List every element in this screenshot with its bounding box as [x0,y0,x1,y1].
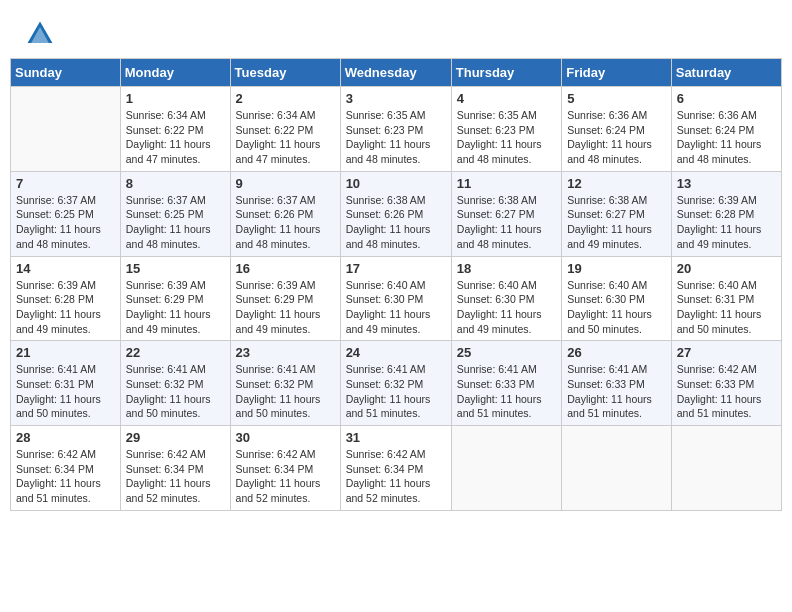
calendar-week-row: 21Sunrise: 6:41 AM Sunset: 6:31 PM Dayli… [11,341,782,426]
day-number: 28 [16,430,115,445]
calendar-cell: 1Sunrise: 6:34 AM Sunset: 6:22 PM Daylig… [120,87,230,172]
calendar-cell: 10Sunrise: 6:38 AM Sunset: 6:26 PM Dayli… [340,171,451,256]
calendar-cell: 14Sunrise: 6:39 AM Sunset: 6:28 PM Dayli… [11,256,121,341]
day-info: Sunrise: 6:36 AM Sunset: 6:24 PM Dayligh… [567,108,666,167]
day-info: Sunrise: 6:41 AM Sunset: 6:32 PM Dayligh… [346,362,446,421]
day-info: Sunrise: 6:34 AM Sunset: 6:22 PM Dayligh… [236,108,335,167]
calendar-week-row: 1Sunrise: 6:34 AM Sunset: 6:22 PM Daylig… [11,87,782,172]
calendar-cell: 25Sunrise: 6:41 AM Sunset: 6:33 PM Dayli… [451,341,561,426]
weekday-header-row: SundayMondayTuesdayWednesdayThursdayFrid… [11,59,782,87]
calendar-cell: 7Sunrise: 6:37 AM Sunset: 6:25 PM Daylig… [11,171,121,256]
calendar-cell: 28Sunrise: 6:42 AM Sunset: 6:34 PM Dayli… [11,426,121,511]
day-info: Sunrise: 6:42 AM Sunset: 6:34 PM Dayligh… [126,447,225,506]
day-number: 6 [677,91,776,106]
calendar-cell: 13Sunrise: 6:39 AM Sunset: 6:28 PM Dayli… [671,171,781,256]
weekday-header-sunday: Sunday [11,59,121,87]
day-info: Sunrise: 6:39 AM Sunset: 6:29 PM Dayligh… [236,278,335,337]
day-info: Sunrise: 6:38 AM Sunset: 6:27 PM Dayligh… [457,193,556,252]
day-info: Sunrise: 6:40 AM Sunset: 6:30 PM Dayligh… [567,278,666,337]
day-info: Sunrise: 6:38 AM Sunset: 6:27 PM Dayligh… [567,193,666,252]
day-number: 23 [236,345,335,360]
day-info: Sunrise: 6:40 AM Sunset: 6:31 PM Dayligh… [677,278,776,337]
day-number: 7 [16,176,115,191]
calendar-cell: 3Sunrise: 6:35 AM Sunset: 6:23 PM Daylig… [340,87,451,172]
calendar-cell: 26Sunrise: 6:41 AM Sunset: 6:33 PM Dayli… [562,341,672,426]
day-info: Sunrise: 6:42 AM Sunset: 6:34 PM Dayligh… [236,447,335,506]
calendar-cell: 8Sunrise: 6:37 AM Sunset: 6:25 PM Daylig… [120,171,230,256]
day-info: Sunrise: 6:40 AM Sunset: 6:30 PM Dayligh… [457,278,556,337]
calendar-cell [451,426,561,511]
day-number: 22 [126,345,225,360]
calendar-cell: 22Sunrise: 6:41 AM Sunset: 6:32 PM Dayli… [120,341,230,426]
calendar-cell: 27Sunrise: 6:42 AM Sunset: 6:33 PM Dayli… [671,341,781,426]
page-header [0,0,792,58]
day-info: Sunrise: 6:34 AM Sunset: 6:22 PM Dayligh… [126,108,225,167]
day-number: 18 [457,261,556,276]
calendar-cell: 31Sunrise: 6:42 AM Sunset: 6:34 PM Dayli… [340,426,451,511]
calendar-week-row: 14Sunrise: 6:39 AM Sunset: 6:28 PM Dayli… [11,256,782,341]
day-info: Sunrise: 6:38 AM Sunset: 6:26 PM Dayligh… [346,193,446,252]
weekday-header-monday: Monday [120,59,230,87]
day-number: 30 [236,430,335,445]
day-number: 15 [126,261,225,276]
day-number: 1 [126,91,225,106]
calendar-cell: 20Sunrise: 6:40 AM Sunset: 6:31 PM Dayli… [671,256,781,341]
day-info: Sunrise: 6:37 AM Sunset: 6:25 PM Dayligh… [16,193,115,252]
day-info: Sunrise: 6:42 AM Sunset: 6:34 PM Dayligh… [346,447,446,506]
day-number: 11 [457,176,556,191]
calendar-cell: 15Sunrise: 6:39 AM Sunset: 6:29 PM Dayli… [120,256,230,341]
day-number: 27 [677,345,776,360]
day-number: 12 [567,176,666,191]
day-info: Sunrise: 6:35 AM Sunset: 6:23 PM Dayligh… [457,108,556,167]
calendar-cell [562,426,672,511]
logo-icon [24,18,56,50]
calendar-cell: 30Sunrise: 6:42 AM Sunset: 6:34 PM Dayli… [230,426,340,511]
day-info: Sunrise: 6:41 AM Sunset: 6:33 PM Dayligh… [457,362,556,421]
weekday-header-friday: Friday [562,59,672,87]
day-info: Sunrise: 6:41 AM Sunset: 6:32 PM Dayligh… [126,362,225,421]
day-number: 17 [346,261,446,276]
logo [24,18,60,50]
day-number: 16 [236,261,335,276]
calendar-cell: 17Sunrise: 6:40 AM Sunset: 6:30 PM Dayli… [340,256,451,341]
calendar-cell: 11Sunrise: 6:38 AM Sunset: 6:27 PM Dayli… [451,171,561,256]
calendar-cell: 24Sunrise: 6:41 AM Sunset: 6:32 PM Dayli… [340,341,451,426]
calendar-table: SundayMondayTuesdayWednesdayThursdayFrid… [10,58,782,511]
day-info: Sunrise: 6:37 AM Sunset: 6:26 PM Dayligh… [236,193,335,252]
day-info: Sunrise: 6:39 AM Sunset: 6:29 PM Dayligh… [126,278,225,337]
day-number: 19 [567,261,666,276]
day-info: Sunrise: 6:41 AM Sunset: 6:32 PM Dayligh… [236,362,335,421]
calendar-cell: 5Sunrise: 6:36 AM Sunset: 6:24 PM Daylig… [562,87,672,172]
calendar-cell: 16Sunrise: 6:39 AM Sunset: 6:29 PM Dayli… [230,256,340,341]
day-number: 9 [236,176,335,191]
calendar-cell: 6Sunrise: 6:36 AM Sunset: 6:24 PM Daylig… [671,87,781,172]
day-number: 2 [236,91,335,106]
day-number: 3 [346,91,446,106]
day-number: 21 [16,345,115,360]
calendar-cell: 21Sunrise: 6:41 AM Sunset: 6:31 PM Dayli… [11,341,121,426]
day-number: 20 [677,261,776,276]
calendar-cell: 23Sunrise: 6:41 AM Sunset: 6:32 PM Dayli… [230,341,340,426]
day-info: Sunrise: 6:40 AM Sunset: 6:30 PM Dayligh… [346,278,446,337]
day-info: Sunrise: 6:35 AM Sunset: 6:23 PM Dayligh… [346,108,446,167]
day-number: 10 [346,176,446,191]
calendar-cell: 18Sunrise: 6:40 AM Sunset: 6:30 PM Dayli… [451,256,561,341]
day-number: 5 [567,91,666,106]
calendar-cell: 19Sunrise: 6:40 AM Sunset: 6:30 PM Dayli… [562,256,672,341]
day-number: 29 [126,430,225,445]
day-number: 25 [457,345,556,360]
calendar-cell: 29Sunrise: 6:42 AM Sunset: 6:34 PM Dayli… [120,426,230,511]
day-info: Sunrise: 6:41 AM Sunset: 6:31 PM Dayligh… [16,362,115,421]
calendar-cell: 9Sunrise: 6:37 AM Sunset: 6:26 PM Daylig… [230,171,340,256]
calendar-cell: 4Sunrise: 6:35 AM Sunset: 6:23 PM Daylig… [451,87,561,172]
day-number: 31 [346,430,446,445]
weekday-header-thursday: Thursday [451,59,561,87]
calendar-cell [671,426,781,511]
weekday-header-saturday: Saturday [671,59,781,87]
day-info: Sunrise: 6:41 AM Sunset: 6:33 PM Dayligh… [567,362,666,421]
calendar-cell [11,87,121,172]
day-number: 13 [677,176,776,191]
day-number: 8 [126,176,225,191]
day-info: Sunrise: 6:36 AM Sunset: 6:24 PM Dayligh… [677,108,776,167]
day-info: Sunrise: 6:39 AM Sunset: 6:28 PM Dayligh… [16,278,115,337]
